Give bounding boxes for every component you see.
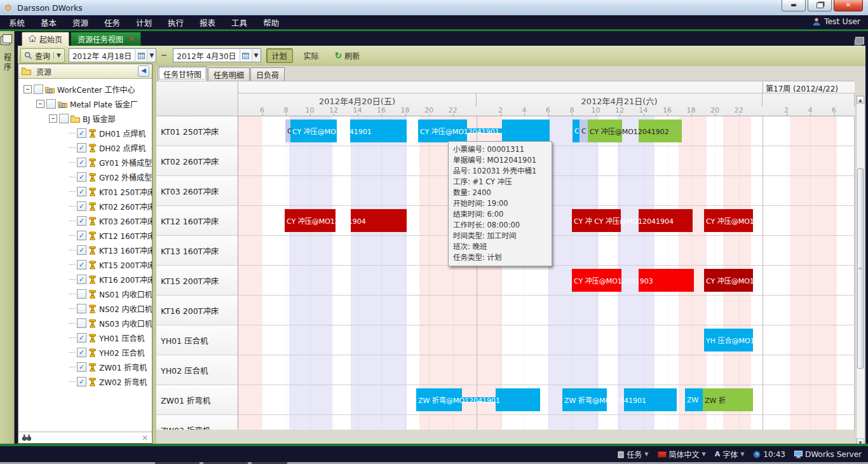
tree-checkbox[interactable] (77, 318, 86, 328)
query-caret-icon[interactable]: ▼ (53, 52, 61, 58)
task-bar[interactable]: C (580, 119, 588, 142)
task-bar[interactable]: ZW 折弯@MO12041901 (562, 388, 607, 411)
doc-tab-1[interactable]: 资源任务视图✕ (71, 32, 141, 46)
tree-item-kt03[interactable]: ✓KT03 260T冲床 (18, 214, 152, 228)
status-language[interactable]: 简体中文 ▼ (658, 449, 706, 460)
tree-checkbox[interactable] (46, 99, 56, 109)
menu-item-5[interactable]: 执行 (161, 15, 191, 31)
tree-checkbox[interactable]: ✓ (77, 348, 86, 357)
tree-item-kt01[interactable]: ✓KT01 250T冲床 (18, 184, 152, 199)
tree-item-gy01[interactable]: ✓GY01 外桶成型机 (18, 155, 152, 170)
tree-checkbox[interactable]: ✓ (77, 260, 86, 270)
menu-item-8[interactable]: 帮助 (256, 15, 286, 31)
row-label-cell[interactable]: ZW02 折弯机 (156, 415, 238, 430)
plan-toggle-button[interactable]: 计划 (266, 48, 293, 63)
task-bar[interactable]: CY 冲压@MO12041904 (285, 209, 336, 232)
minimize-button[interactable]: ▬ (782, 0, 806, 11)
tree-checkbox[interactable]: ✓ (77, 362, 86, 372)
task-bar[interactable]: CY 冲压@MO1 (704, 269, 753, 292)
task-bar[interactable]: C (573, 119, 580, 142)
vscroll-thumb[interactable]: ≡ (857, 168, 864, 369)
tree-item-kt16[interactable]: ✓KT16 200T冲床 (18, 272, 152, 287)
clear-filter-icon[interactable]: ✕ (142, 433, 148, 442)
program-dock-strip[interactable]: 程序 (0, 31, 15, 444)
tree-checkbox[interactable]: ✓ (77, 128, 86, 138)
tree-checkbox[interactable]: ✓ (77, 333, 86, 343)
menu-item-6[interactable]: 报表 (193, 15, 222, 31)
tab-close-icon[interactable]: ✕ (128, 35, 134, 43)
task-bar[interactable]: ZW 折弯@MO12041901 (416, 388, 462, 411)
tree-checkbox[interactable]: ✓ (77, 143, 86, 153)
tree-checkbox[interactable]: ✓ (77, 216, 86, 226)
task-bar[interactable]: CY 冲压@MO12041902 (588, 119, 622, 142)
find-binoculars-icon[interactable] (22, 434, 31, 441)
tree-checkbox[interactable]: ✓ (77, 158, 86, 167)
doc-tab-0[interactable]: 起始页 (22, 32, 69, 46)
tree-expander-icon[interactable] (36, 100, 44, 108)
row-label-cell[interactable]: KT02 260T冲床 (156, 146, 238, 175)
gantt-tab-1[interactable]: 任务明细 (208, 67, 250, 81)
row-label-cell[interactable]: YH02 压合机 (156, 355, 238, 385)
tree-expander-icon[interactable] (24, 85, 32, 93)
collapse-panel-button[interactable]: ◀ (138, 65, 149, 77)
tree-item-kt02[interactable]: ✓KT02 260T冲床 (18, 199, 152, 214)
task-bar[interactable] (502, 119, 550, 142)
tree-item-kt15[interactable]: ✓KT15 200T冲床 (18, 257, 152, 272)
row-label-cell[interactable]: KT13 160T冲床 (156, 236, 238, 265)
close-button[interactable]: ✕ (834, 0, 863, 11)
tree-item-kt12[interactable]: ✓KT12 160T冲床 (18, 228, 152, 243)
calendar-icon[interactable] (240, 50, 252, 61)
tab-overflow-icon[interactable] (855, 37, 864, 44)
tree-expander-icon[interactable] (49, 114, 57, 123)
menu-item-2[interactable]: 资源 (65, 15, 95, 31)
tree-item-kt13[interactable]: ✓KT13 160T冲床 (18, 243, 152, 257)
calendar-icon[interactable] (135, 50, 147, 61)
tree-item-yh01[interactable]: ✓YH01 压合机 (18, 331, 152, 345)
tree-item-zw02[interactable]: ✓ZW02 折弯机 (18, 374, 152, 389)
tree-item-bj[interactable]: BJ 钣金部 (18, 111, 152, 126)
tree-item-workcenter[interactable]: WorkCenter 工作中心 (18, 82, 152, 97)
task-bar[interactable]: YH 压合@MO1 (704, 329, 753, 351)
task-bar[interactable]: CY 冲压@MO12041901 (418, 119, 467, 142)
menu-item-7[interactable]: 工具 (224, 15, 254, 31)
menu-item-4[interactable]: 计划 (129, 15, 159, 31)
gantt-tab-2[interactable]: 日负荷 (250, 67, 285, 81)
tree-checkbox[interactable]: ✓ (77, 201, 86, 211)
status-task[interactable]: 任务 ▼ (618, 449, 648, 460)
gantt-tab-0[interactable]: 任务甘特图 (158, 66, 207, 81)
row-label-cell[interactable]: KT16 200T冲床 (156, 296, 238, 325)
tree-checkbox[interactable]: ✓ (77, 245, 86, 255)
row-label-cell[interactable]: ZW01 折弯机 (156, 385, 238, 414)
tree-checkbox[interactable]: ✓ (77, 275, 86, 284)
tree-item-metal[interactable]: Metal Plate 钣金厂 (18, 97, 152, 111)
date-to-dropdown-icon[interactable]: ▼ (252, 50, 261, 61)
dock-strip-label[interactable]: 程序 (2, 53, 13, 72)
task-bar[interactable] (496, 388, 540, 411)
tree-item-zw01[interactable]: ✓ZW01 折弯机 (18, 360, 152, 374)
menu-item-3[interactable]: 任务 (97, 15, 127, 31)
task-bar[interactable]: CY 冲 CY 冲压@MO12041904 (572, 209, 621, 232)
menu-item-0[interactable]: 系统 (2, 15, 32, 31)
row-label-cell[interactable]: KT12 160T冲床 (156, 206, 238, 235)
restore-button[interactable] (808, 0, 832, 11)
status-font[interactable]: A 字体 ▼ (715, 449, 745, 460)
menu-item-1[interactable]: 基本 (34, 15, 64, 31)
tree-item-ns02[interactable]: NS02 内收口机 (18, 301, 152, 316)
tree-checkbox[interactable] (77, 289, 86, 299)
row-label-cell[interactable]: KT03 260T冲床 (156, 176, 238, 205)
actual-toggle-button[interactable]: 实际 (298, 48, 325, 63)
tree-item-ns01[interactable]: NS01 内收口机 (18, 287, 152, 301)
row-label-cell[interactable]: KT01 250T冲床 (156, 116, 238, 146)
task-bar[interactable]: ZW (685, 388, 703, 411)
tree-item-gy02[interactable]: ✓GY02 外桶成型机 (18, 170, 152, 184)
tree-checkbox[interactable]: ✓ (77, 231, 86, 240)
tree-checkbox[interactable]: ✓ (77, 377, 86, 386)
refresh-button[interactable]: ↻ 刷新 (335, 50, 360, 61)
tree-checkbox[interactable] (34, 85, 43, 94)
task-bar[interactable]: CY 冲压@MO12041903 (572, 269, 621, 292)
date-from-field[interactable]: 2012年 4月18日 ▼ (69, 48, 156, 62)
query-button[interactable]: 查询 ▼ (20, 48, 65, 63)
row-label-cell[interactable]: YH01 压合机 (156, 325, 238, 355)
date-from-dropdown-icon[interactable]: ▼ (147, 50, 156, 61)
task-bar[interactable]: CY 冲压@MO1 (704, 209, 753, 232)
